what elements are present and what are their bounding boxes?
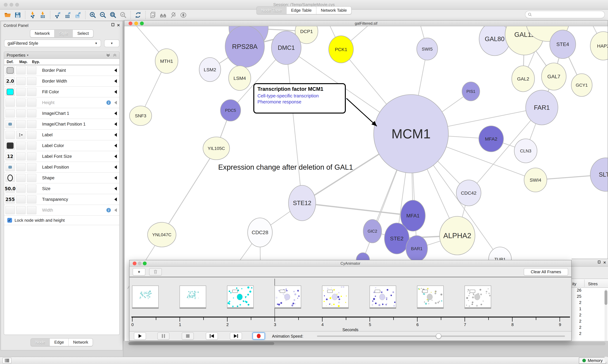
network-node-lsm2[interactable]: LSM2 <box>199 58 221 82</box>
memory-button[interactable]: Memory <box>579 357 606 364</box>
mapping-cell[interactable] <box>16 131 26 139</box>
expand-row-icon[interactable] <box>114 165 117 169</box>
mapping-cell[interactable] <box>16 99 26 107</box>
default-cell[interactable] <box>5 206 15 214</box>
network-node-mth1[interactable]: MTH1 <box>155 49 178 73</box>
property-row-label-font-size[interactable]: 12Label Font Size <box>4 151 119 162</box>
default-cell[interactable]: 2.0 <box>5 77 15 85</box>
animation-speed-slider[interactable] <box>317 336 565 337</box>
network-node-alpha2[interactable]: ALPHA2 <box>440 216 475 255</box>
bypass-cell[interactable] <box>27 88 36 96</box>
tab-edge-table[interactable]: Edge Table <box>286 7 316 14</box>
cyanimator-titlebar[interactable]: CyAnimator <box>129 260 571 267</box>
bypass-cell[interactable] <box>27 206 36 214</box>
stop-button[interactable] <box>182 332 194 340</box>
frame-thumbnail-5s[interactable] <box>370 286 396 308</box>
network-node-swi4[interactable]: SWI4 <box>524 168 547 192</box>
default-cell[interactable]: 50.0 <box>5 184 15 193</box>
clear-all-frames-button[interactable]: Clear All Frames <box>524 268 568 275</box>
default-cell[interactable] <box>5 66 15 75</box>
play-button[interactable] <box>134 332 146 340</box>
bypass-cell[interactable] <box>27 99 36 107</box>
bypass-cell[interactable] <box>27 109 36 117</box>
frame-thumbnail-3s[interactable] <box>275 286 301 308</box>
bypass-cell[interactable] <box>27 163 36 171</box>
network-node-cdc42[interactable]: CDC42 <box>456 180 481 206</box>
tab-node[interactable]: Node <box>31 338 50 346</box>
network-node-pis1[interactable]: PIS1 <box>462 82 480 101</box>
mapping-cell[interactable] <box>16 120 26 128</box>
task-history-button[interactable] <box>2 358 11 363</box>
expand-row-icon[interactable] <box>114 101 117 104</box>
network-node-cln3[interactable]: CLN3 <box>514 139 537 163</box>
mapping-cell[interactable] <box>16 195 26 204</box>
network-node-mcm1[interactable]: MCM1 <box>374 95 448 173</box>
frame-thumbnail-2s[interactable] <box>227 286 254 308</box>
expand-row-icon[interactable] <box>114 122 117 126</box>
save-session-button[interactable] <box>13 11 23 19</box>
bypass-cell[interactable] <box>27 184 36 193</box>
annotation-link[interactable]: Cell-type-specific transcription <box>257 93 342 99</box>
mapping-cell[interactable] <box>16 152 26 160</box>
frame-thumbnail-1s[interactable] <box>180 286 206 308</box>
property-row-shape[interactable]: Shape <box>4 173 119 183</box>
frame-thumbnail-4s[interactable] <box>322 286 349 308</box>
expand-row-icon[interactable] <box>114 155 117 158</box>
network-node-gal2[interactable]: GAL2 <box>512 66 535 92</box>
float-panel-icon[interactable] <box>111 23 114 26</box>
default-cell[interactable] <box>5 163 15 171</box>
frame-thumbnail-6s[interactable] <box>417 286 444 308</box>
bypass-cell[interactable] <box>27 142 36 150</box>
network-node-snf3[interactable]: SNF3 <box>129 106 152 126</box>
tab-network-table[interactable]: Network Table <box>316 7 351 14</box>
column-header-fragment[interactable]: ity <box>572 281 576 286</box>
table-cell-value[interactable]: 2 <box>572 319 608 325</box>
table-cell-value[interactable]: 2 <box>572 331 608 337</box>
column-header-fragment[interactable]: Stres <box>588 281 598 286</box>
zoom-in-button[interactable] <box>88 11 97 19</box>
export-network-button[interactable] <box>53 11 62 19</box>
expand-row-icon[interactable] <box>114 68 117 72</box>
table-cell-value[interactable]: 26 <box>572 288 608 294</box>
network-node-far1[interactable]: FAR1 <box>526 90 558 125</box>
expand-row-icon[interactable] <box>114 197 117 201</box>
collapse-all-icon[interactable] <box>113 53 117 57</box>
pause-button[interactable] <box>157 332 169 340</box>
search-input[interactable] <box>525 11 605 18</box>
slider-thumb[interactable] <box>436 333 441 339</box>
import-network-button[interactable] <box>28 11 37 19</box>
network-node-ste4[interactable]: STE4 <box>550 30 576 59</box>
network-node-bar1[interactable]: BAR1 <box>406 236 428 261</box>
mapping-cell[interactable] <box>16 109 26 117</box>
network-node-rps28a[interactable]: RPS28A <box>225 26 264 67</box>
default-cell[interactable] <box>5 88 15 96</box>
tab-select[interactable]: Select <box>72 30 93 37</box>
previous-frame-button[interactable] <box>206 332 218 340</box>
annotation-callout[interactable]: Transcription factor MCM1 Cell-type-spec… <box>253 83 346 114</box>
default-cell[interactable]: 255 <box>5 195 15 204</box>
mapping-cell[interactable] <box>16 88 26 96</box>
expand-row-icon[interactable] <box>114 144 117 147</box>
default-cell[interactable] <box>5 174 15 182</box>
network-node-swi5[interactable]: SWI5 <box>417 38 438 60</box>
network-node-gic2[interactable]: GIC2 <box>363 220 382 243</box>
frame-thumbnail-0s[interactable] <box>132 286 159 308</box>
network-node-ynl047c[interactable]: YNL047C <box>148 222 176 247</box>
tab-node-table[interactable]: Node Table <box>257 7 286 14</box>
mapping-cell[interactable] <box>16 174 26 182</box>
add-frame-button[interactable]: + <box>133 268 145 275</box>
bypass-cell[interactable] <box>27 152 36 160</box>
network-node-dmc1[interactable]: DMC1 <box>271 31 301 65</box>
property-row-width[interactable]: Widthi <box>4 205 119 216</box>
property-row-label-color[interactable]: Label Color <box>4 140 119 151</box>
hide-annotations-button[interactable] <box>168 11 178 19</box>
property-row-label[interactable]: Label <box>4 130 119 140</box>
property-row-height[interactable]: Heighti <box>4 97 119 108</box>
property-row-border-width[interactable]: 2.0Border Width <box>4 76 119 87</box>
property-row-size[interactable]: 50.0Size <box>4 183 119 194</box>
bypass-cell[interactable] <box>27 195 36 204</box>
table-cell-value[interactable]: 2 <box>572 325 608 331</box>
network-node-lsm4[interactable]: LSM4 <box>229 66 251 91</box>
style-options-button[interactable]: ▼ <box>104 39 119 47</box>
mapping-cell[interactable] <box>16 206 26 214</box>
